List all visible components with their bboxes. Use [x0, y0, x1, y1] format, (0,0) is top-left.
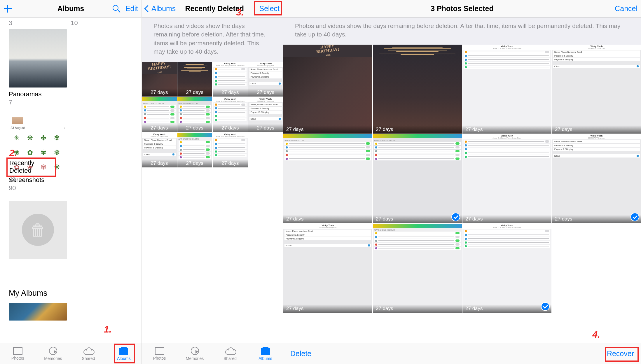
deleted-photo-thumb[interactable]: APPS USING ICLOUD27 days	[177, 133, 212, 168]
my-album-thumb[interactable]	[9, 303, 67, 321]
info-text: Photos and videos show the days remainin…	[142, 18, 283, 62]
selected-check-icon	[451, 213, 460, 221]
album-thumb: 🗑	[9, 201, 67, 259]
deleted-photo-thumb[interactable]: Vicky YuehApple ID, iCloud, iTunes & App…	[462, 224, 551, 313]
tabbar: Photos Memories Shared Albums	[142, 343, 283, 364]
tab-photos[interactable]: Photos	[142, 343, 177, 364]
cloud-icon	[225, 349, 235, 355]
deleted-photo-thumb[interactable]: Vicky Yueh5504937877@qq.comName, Phone N…	[552, 134, 641, 223]
callout-3: 3.	[236, 7, 244, 18]
navbar: Albums Edit	[0, 0, 142, 18]
deleted-photo-thumb[interactable]: HAPPYBIRTHDAY!¥20027 days	[283, 45, 372, 134]
albums-icon	[119, 348, 128, 355]
tab-photos[interactable]: Photos	[0, 343, 35, 364]
deleted-photo-thumb[interactable]: Vicky YuehApple ID, iCloud, iTunes & App…	[213, 133, 248, 168]
count-a: 3	[9, 19, 12, 27]
selected-check-icon	[541, 302, 550, 311]
add-icon[interactable]	[4, 4, 12, 13]
album-count: 90	[9, 184, 67, 192]
trash-icon: 🗑	[22, 214, 54, 246]
search-icon[interactable]	[113, 5, 120, 13]
album-name: Panoramas	[9, 90, 67, 98]
count-b: 10	[71, 19, 78, 27]
deleted-photo-thumb[interactable]: APPS USING ICLOUD27 days	[373, 134, 462, 223]
album-thumb	[9, 29, 67, 88]
memories-icon	[191, 347, 199, 355]
deleted-photo-thumb[interactable]: Vicky Yueh5504937877@qq.comName, Phone N…	[248, 97, 283, 132]
deleted-photo-thumb[interactable]: Vicky YuehApple ID, iCloud, iTunes & App…	[213, 62, 248, 97]
callout-4: 4.	[592, 329, 600, 340]
album-recently-deleted[interactable]: 🗑	[9, 201, 67, 275]
select-button[interactable]: Select	[259, 4, 280, 13]
photo-grid: HAPPYBIRTHDAY!¥20027 days27 daysVicky Yu…	[283, 45, 641, 313]
pane-recently-deleted: Albums Recently Deleted Select 3. Photos…	[142, 0, 283, 364]
memories-icon	[49, 347, 57, 355]
photos-icon	[156, 348, 164, 355]
deleted-photo-thumb[interactable]: Vicky YuehApple ID, iCloud, iTunes & App…	[462, 134, 551, 223]
photo-grid: HAPPYBIRTHDAY!¥20027 days27 daysVicky Yu…	[142, 62, 283, 168]
nav-title: 3 Photos Selected	[313, 4, 611, 13]
pane-selection: 3 Photos Selected Cancel Photos and vide…	[283, 0, 641, 364]
tab-shared[interactable]: Shared	[71, 343, 106, 364]
deleted-photo-thumb[interactable]: 27 days	[373, 45, 462, 134]
album-panoramas[interactable]: Panoramas 7	[9, 29, 67, 106]
navbar: Albums Recently Deleted Select	[142, 0, 283, 18]
navbar: 3 Photos Selected Cancel	[283, 0, 641, 18]
selected-check-icon	[630, 213, 639, 221]
deleted-photo-thumb[interactable]: APPS USING ICLOUD27 days	[142, 97, 177, 132]
delete-button[interactable]: Delete	[290, 349, 311, 358]
deleted-photo-thumb[interactable]: Vicky Yueh5504937877@qq.comName, Phone N…	[142, 133, 177, 168]
deleted-photo-thumb[interactable]: APPS USING ICLOUD27 days	[177, 97, 212, 132]
back-button[interactable]: Albums	[145, 4, 176, 13]
recover-button[interactable]: Recover	[607, 349, 634, 358]
tab-albums[interactable]: Albums	[106, 343, 142, 364]
photos-icon	[14, 348, 22, 355]
deleted-photo-thumb[interactable]: Vicky Yueh5504937877@qq.comName, Phone N…	[283, 224, 372, 313]
deleted-photo-thumb[interactable]: Vicky YuehApple ID, iCloud, iTunes & App…	[213, 97, 248, 132]
tab-shared[interactable]: Shared	[212, 343, 248, 364]
albums-icon	[261, 348, 270, 355]
tab-albums[interactable]: Albums	[248, 343, 283, 364]
cancel-button[interactable]: Cancel	[615, 4, 637, 13]
deleted-photo-thumb[interactable]: Vicky Yueh5504937877@qq.comName, Phone N…	[248, 62, 283, 97]
callout-2: 2.	[9, 148, 17, 158]
info-text: Photos and videos show the days remainin…	[283, 18, 641, 45]
nav-title: Albums	[30, 4, 112, 13]
tab-memories[interactable]: Memories	[177, 343, 212, 364]
toolbar: Delete Recover	[283, 343, 641, 364]
highlight-recently-deleted: Recently Deleted 11	[6, 158, 56, 177]
section-my-albums: My Albums	[0, 275, 142, 303]
album-count: 7	[9, 99, 67, 106]
album-name: Recently Deleted	[9, 159, 53, 174]
deleted-photo-thumb[interactable]: 27 days	[177, 62, 212, 97]
deleted-photo-thumb[interactable]: APPS USING ICLOUD27 days	[283, 134, 372, 223]
deleted-photo-thumb[interactable]: Vicky Yueh5504937877@qq.comName, Phone N…	[552, 45, 641, 134]
album-count: 11	[9, 175, 53, 183]
edit-button[interactable]: Edit	[125, 4, 138, 13]
cloud-icon	[83, 349, 93, 355]
tab-memories[interactable]: Memories	[35, 343, 71, 364]
callout-1: 1.	[104, 324, 112, 335]
deleted-photo-thumb[interactable]: APPS USING ICLOUD27 days	[373, 224, 462, 313]
pane-albums: Albums Edit 3 10 Panoramas 7 23 August ✳…	[0, 0, 142, 364]
deleted-photo-thumb[interactable]: Vicky YuehApple ID, iCloud, iTunes & App…	[462, 45, 551, 134]
tabbar: Photos Memories Shared Albums	[0, 343, 142, 364]
deleted-photo-thumb[interactable]: HAPPYBIRTHDAY!¥20027 days	[142, 62, 177, 97]
